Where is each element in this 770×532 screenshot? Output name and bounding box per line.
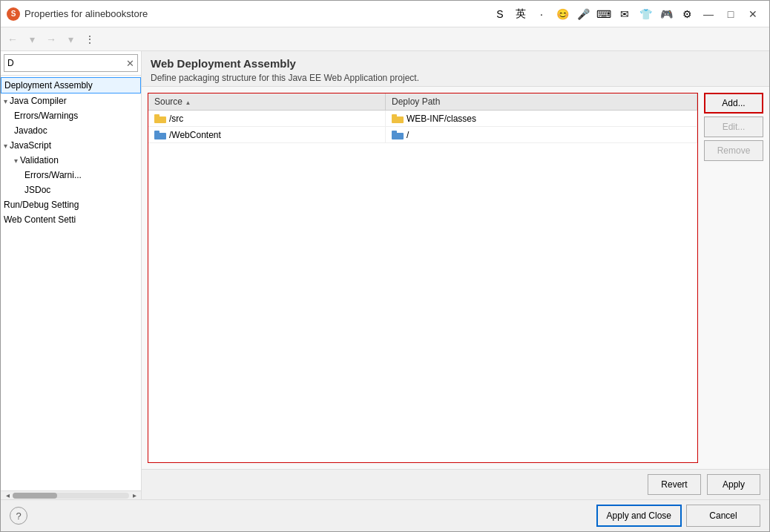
footer: ? Apply and Close Cancel (1, 499, 769, 531)
sidebar-item-label: Deployment Assembly (4, 80, 93, 91)
folder-icon-blue (154, 131, 166, 139)
search-wrapper: ✕ (4, 54, 138, 72)
more-options-button[interactable]: ⋮ (81, 30, 99, 48)
back-dropdown-button[interactable]: ▾ (23, 30, 41, 48)
folder-icon (392, 114, 404, 123)
forward-button[interactable]: → (42, 30, 60, 48)
title-bar: S Properties for alinebookstore S 英 · 😊 … (1, 1, 769, 27)
sogou-icon-4[interactable]: 😊 (554, 6, 570, 22)
sidebar-item-label: JavaScript (10, 140, 51, 151)
sidebar-item-errors-warnings-js[interactable]: Errors/Warni... (1, 168, 141, 183)
back-button[interactable]: ← (4, 30, 22, 48)
table-row[interactable]: /src WEB-INF/classes (148, 111, 697, 127)
close-button[interactable]: ✕ (743, 5, 763, 23)
add-button[interactable]: Add... (704, 93, 763, 114)
deploy-path: / (407, 130, 409, 140)
sidebar-item-label: Javadoc (14, 125, 47, 136)
source-cell: /src (148, 111, 386, 126)
deploy-path: WEB-INF/classes (407, 114, 476, 124)
search-bar: ✕ (1, 51, 141, 76)
apply-and-close-button[interactable]: Apply and Close (596, 505, 682, 527)
maximize-button[interactable]: □ (720, 5, 741, 23)
scrollbar-track[interactable] (13, 493, 129, 499)
sidebar-item-web-content[interactable]: Web Content Setti (1, 212, 141, 227)
sogou-icon-6[interactable]: ⌨ (596, 6, 612, 22)
deploy-cell: / (386, 127, 697, 142)
help-button[interactable]: ? (10, 507, 27, 525)
table-body: /src WEB-INF/classes (148, 111, 697, 462)
svg-rect-0 (154, 116, 166, 123)
sidebar-item-label: Run/Debug Setting (4, 200, 79, 210)
minimize-button[interactable]: — (698, 5, 719, 23)
footer-left: ? (10, 507, 27, 525)
sidebar-item-run-debug[interactable]: Run/Debug Setting (1, 197, 141, 212)
sogou-toolbar: S 英 · 😊 🎤 ⌨ ✉ 👕 🎮 ⚙ (492, 6, 695, 22)
scrollbar-thumb (13, 493, 57, 499)
sogou-icon-9[interactable]: 🎮 (658, 6, 674, 22)
properties-window: S Properties for alinebookstore S 英 · 😊 … (0, 0, 770, 532)
sogou-icon-5[interactable]: 🎤 (575, 6, 591, 22)
sogou-icon-10[interactable]: ⚙ (679, 6, 695, 22)
scroll-left-button[interactable]: ◂ (2, 492, 13, 499)
sogou-icon-1[interactable]: S (492, 6, 508, 22)
sidebar-item-errors-warnings[interactable]: Errors/Warnings (1, 108, 141, 123)
sogou-icon-3[interactable]: · (533, 6, 550, 22)
content-description: Define packaging structure for this Java… (151, 73, 760, 83)
folder-icon-blue (392, 131, 404, 139)
sidebar-item-java-compiler[interactable]: ▾ Java Compiler (1, 93, 141, 108)
toolbar: ← ▾ → ▾ ⋮ (1, 27, 769, 51)
svg-rect-1 (154, 114, 159, 117)
cancel-button[interactable]: Cancel (686, 505, 760, 527)
svg-rect-5 (154, 131, 159, 134)
window-controls: — □ ✕ (698, 5, 763, 23)
sidebar-item-label: Validation (20, 155, 59, 165)
revert-button[interactable]: Revert (648, 474, 701, 495)
sidebar-item-jsdoc[interactable]: JSDoc (1, 183, 141, 197)
remove-button[interactable]: Remove (704, 140, 763, 161)
column-deploy: Deploy Path (386, 93, 697, 110)
sogou-icon-2[interactable]: 英 (513, 6, 529, 22)
sidebar-item-validation[interactable]: ▾ Validation (1, 153, 141, 168)
sidebar-nav: Deployment Assembly ▾ Java Compiler Erro… (1, 76, 141, 490)
footer-right: Apply and Close Cancel (596, 505, 760, 527)
sidebar-item-label: Web Content Setti (4, 214, 76, 225)
deployment-table: Source ▲ Deploy Path (148, 93, 698, 463)
apply-button[interactable]: Apply (707, 474, 760, 495)
source-cell: /WebContent (148, 127, 386, 142)
app-icon: S (7, 7, 20, 21)
folder-icon (154, 114, 166, 123)
svg-rect-4 (154, 133, 166, 139)
content-title: Web Deployment Assembly (151, 57, 760, 70)
sidebar-item-label: Errors/Warni... (24, 170, 82, 180)
sidebar-item-javascript[interactable]: ▾ JavaScript (1, 138, 141, 153)
sidebar-item-javadoc[interactable]: Javadoc (1, 123, 141, 138)
scroll-right-button[interactable]: ▸ (129, 492, 139, 499)
column-source: Source ▲ (148, 93, 386, 110)
window-title: Properties for alinebookstore (24, 8, 148, 19)
sidebar-item-label: Errors/Warnings (14, 111, 78, 121)
edit-button[interactable]: Edit... (704, 116, 763, 137)
deploy-cell: WEB-INF/classes (386, 111, 697, 126)
sidebar-item-label: Java Compiler (10, 96, 67, 106)
content-header: Web Deployment Assembly Define packaging… (142, 51, 769, 87)
forward-dropdown-button[interactable]: ▾ (62, 30, 79, 48)
table-header: Source ▲ Deploy Path (148, 93, 697, 111)
search-clear-button[interactable]: ✕ (123, 55, 137, 71)
sogou-icon-7[interactable]: ✉ (616, 6, 633, 22)
svg-rect-2 (392, 116, 404, 123)
sidebar-scrollbar: ◂ ▸ (1, 490, 141, 499)
sogou-icon-8[interactable]: 👕 (637, 6, 654, 22)
svg-rect-6 (392, 133, 404, 139)
sort-arrow: ▲ (185, 99, 191, 106)
sidebar: ✕ Deployment Assembly ▾ Java Compiler Er… (1, 51, 142, 499)
main-content: ✕ Deployment Assembly ▾ Java Compiler Er… (1, 51, 769, 499)
expand-arrow: ▾ (4, 142, 7, 150)
title-bar-right: S 英 · 😊 🎤 ⌨ ✉ 👕 🎮 ⚙ — □ ✕ (492, 5, 763, 23)
bottom-bar: Revert Apply (142, 469, 769, 499)
search-input[interactable] (4, 55, 123, 71)
content-main: Source ▲ Deploy Path (142, 87, 769, 469)
sidebar-item-deployment-assembly[interactable]: Deployment Assembly (1, 77, 141, 93)
svg-rect-7 (392, 131, 397, 134)
action-buttons: Add... Edit... Remove (704, 93, 763, 463)
table-row[interactable]: /WebContent / (148, 127, 697, 143)
